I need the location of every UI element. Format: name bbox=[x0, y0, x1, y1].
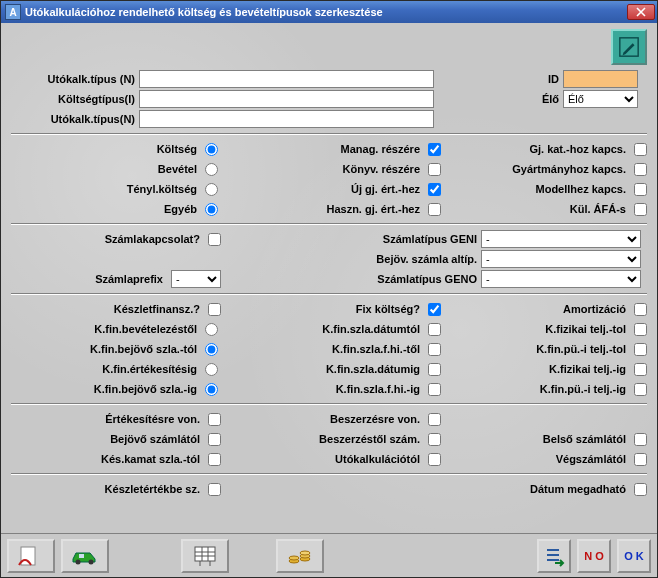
kfin-szla-dat-ig-checkbox[interactable] bbox=[428, 363, 441, 376]
szamlakapcs-checkbox[interactable] bbox=[208, 233, 221, 246]
keskamat-label: Kés.kamat szla.-tól bbox=[101, 453, 204, 465]
kfin-szla-fhi-tol-label: K.fin.szla.f.hi.-től bbox=[332, 343, 424, 355]
kfin-pu-tol-checkbox[interactable] bbox=[634, 343, 647, 356]
beszerzestol-checkbox[interactable] bbox=[428, 433, 441, 446]
haszn-checkbox[interactable] bbox=[428, 203, 441, 216]
divider bbox=[11, 293, 647, 295]
no-button[interactable]: N O bbox=[577, 539, 611, 573]
id-input[interactable] bbox=[563, 70, 638, 88]
svg-point-11 bbox=[289, 556, 299, 560]
beszerzesre-checkbox[interactable] bbox=[428, 413, 441, 426]
kfin-bev-label: K.fin.bevételezéstől bbox=[94, 323, 201, 335]
toolbar-btn-4[interactable] bbox=[276, 539, 324, 573]
toolbar-btn-1[interactable] bbox=[7, 539, 55, 573]
geni-select[interactable]: - bbox=[481, 230, 641, 248]
koltsegtipus-label: Költségtípus(I) bbox=[11, 93, 139, 105]
ertekesitesre-label: Értékesítésre von. bbox=[105, 413, 204, 425]
svg-point-14 bbox=[300, 551, 310, 555]
utokalk-tipus-n2-label: Utókalk.típus(N) bbox=[11, 113, 139, 125]
amort-checkbox[interactable] bbox=[634, 303, 647, 316]
tenyl-radio[interactable] bbox=[205, 183, 218, 196]
bevetel-radio[interactable] bbox=[205, 163, 218, 176]
ujgj-checkbox[interactable] bbox=[428, 183, 441, 196]
belso-szamlatol-checkbox[interactable] bbox=[634, 433, 647, 446]
keszletertekbe-label: Készletértékbe sz. bbox=[105, 483, 204, 495]
kfin-szla-dat-ig-label: K.fin.szla.dátumig bbox=[326, 363, 424, 375]
szamlaprefix-select[interactable]: - bbox=[171, 270, 221, 288]
gyart-checkbox[interactable] bbox=[634, 163, 647, 176]
kfin-ert-ig-label: K.fin.értékesítésig bbox=[102, 363, 201, 375]
konyv-checkbox[interactable] bbox=[428, 163, 441, 176]
kfin-pu-ig-checkbox[interactable] bbox=[634, 383, 647, 396]
edit-button[interactable] bbox=[611, 29, 647, 65]
keskamat-checkbox[interactable] bbox=[208, 453, 221, 466]
keszletfin-checkbox[interactable] bbox=[208, 303, 221, 316]
kfiz-telj-tol-checkbox[interactable] bbox=[634, 323, 647, 336]
elo-select[interactable]: Élő bbox=[563, 90, 638, 108]
coins-icon bbox=[287, 545, 313, 567]
utokalk-tipus-n-input[interactable] bbox=[139, 70, 434, 88]
no-button-label: N O bbox=[584, 550, 604, 562]
manag-checkbox[interactable] bbox=[428, 143, 441, 156]
haszn-label: Haszn. gj. ért.-hez bbox=[326, 203, 424, 215]
ertekesitesre-checkbox[interactable] bbox=[208, 413, 221, 426]
belso-szamlatol-label: Belső számlától bbox=[543, 433, 630, 445]
konyv-label: Könyv. részére bbox=[343, 163, 424, 175]
divider bbox=[11, 473, 647, 475]
altip-select[interactable]: - bbox=[481, 250, 641, 268]
kfin-szla-fhi-tol-checkbox[interactable] bbox=[428, 343, 441, 356]
utokalk-tipus-n2-input[interactable] bbox=[139, 110, 434, 128]
toolbar-btn-3[interactable] bbox=[181, 539, 229, 573]
utokalk-tol-checkbox[interactable] bbox=[428, 453, 441, 466]
vegszamlatol-label: Végszámlától bbox=[556, 453, 630, 465]
datum-megadhato-checkbox[interactable] bbox=[634, 483, 647, 496]
kfin-szla-fhi-ig-checkbox[interactable] bbox=[428, 383, 441, 396]
ok-button[interactable]: O K bbox=[617, 539, 651, 573]
kulafa-label: Kül. ÁFÁ-s bbox=[570, 203, 630, 215]
table-icon bbox=[192, 544, 218, 568]
kulafa-checkbox[interactable] bbox=[634, 203, 647, 216]
close-button[interactable] bbox=[627, 4, 655, 20]
page-icon bbox=[17, 545, 45, 567]
kfin-szla-dat-tol-checkbox[interactable] bbox=[428, 323, 441, 336]
gjkat-checkbox[interactable] bbox=[634, 143, 647, 156]
geno-select[interactable]: - bbox=[481, 270, 641, 288]
koltsegtipus-input[interactable] bbox=[139, 90, 434, 108]
bejovo-szamlatol-label: Bejövő számlától bbox=[110, 433, 204, 445]
keszletfin-label: Készletfinansz.? bbox=[114, 303, 204, 315]
close-icon bbox=[636, 7, 646, 17]
ujgj-label: Új gj. ért.-hez bbox=[351, 183, 424, 195]
bejovo-szamlatol-checkbox[interactable] bbox=[208, 433, 221, 446]
altip-label: Bejöv. számla altíp. bbox=[376, 253, 481, 265]
kfin-bev-radio[interactable] bbox=[205, 323, 218, 336]
toolbar-btn-list[interactable] bbox=[537, 539, 571, 573]
egyeb-radio[interactable] bbox=[205, 203, 218, 216]
content-area: Utókalk.típus (N) ID Költségtípus(I) Élő… bbox=[1, 23, 657, 533]
tenyl-label: Tényl.költség bbox=[127, 183, 201, 195]
modell-checkbox[interactable] bbox=[634, 183, 647, 196]
koltseg-label: Költség bbox=[157, 143, 201, 155]
kfin-bejovo-ig-radio[interactable] bbox=[205, 383, 218, 396]
szamlakapcs-label: Számlakapcsolat? bbox=[105, 233, 204, 245]
fixkoltseg-checkbox[interactable] bbox=[428, 303, 441, 316]
geno-label: Számlatípus GENO bbox=[377, 273, 481, 285]
gyart-label: Gyártmányhoz kapcs. bbox=[512, 163, 630, 175]
koltseg-radio[interactable] bbox=[205, 143, 218, 156]
pencil-icon bbox=[618, 36, 640, 58]
keszletertekbe-checkbox[interactable] bbox=[208, 483, 221, 496]
car-icon bbox=[70, 547, 100, 565]
kfin-bejovo-ig-label: K.fin.bejövő szla.-ig bbox=[94, 383, 201, 395]
kfin-ert-ig-radio[interactable] bbox=[205, 363, 218, 376]
kfiz-telj-ig-label: K.fizikai telj.-ig bbox=[549, 363, 630, 375]
kfin-bejovo-tol-radio[interactable] bbox=[205, 343, 218, 356]
modell-label: Modellhez kapcs. bbox=[536, 183, 630, 195]
szamlaprefix-label: Számlaprefix bbox=[95, 273, 167, 285]
elo-label: Élő bbox=[434, 93, 563, 105]
divider bbox=[11, 403, 647, 405]
toolbar-btn-2[interactable] bbox=[61, 539, 109, 573]
svg-point-2 bbox=[76, 559, 81, 564]
ok-button-label: O K bbox=[624, 550, 644, 562]
dialog-window: A Utókalkulációhoz rendelhető költség és… bbox=[0, 0, 658, 578]
vegszamlatol-checkbox[interactable] bbox=[634, 453, 647, 466]
kfiz-telj-ig-checkbox[interactable] bbox=[634, 363, 647, 376]
